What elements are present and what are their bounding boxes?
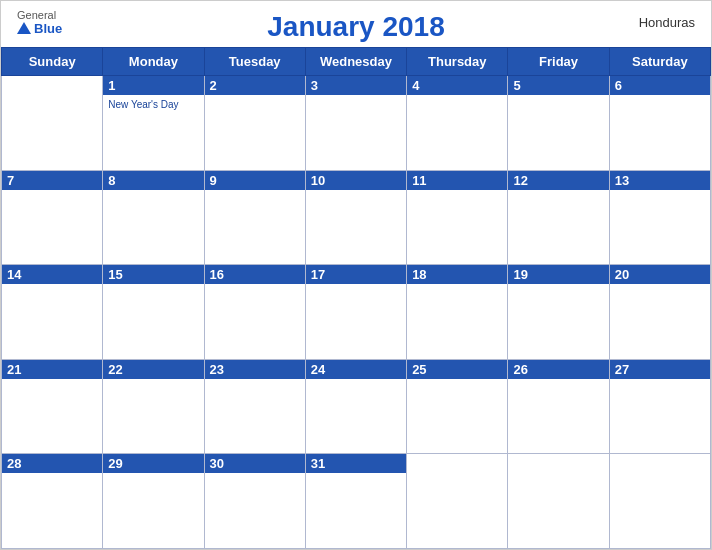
- day-number: 13: [610, 171, 710, 190]
- calendar-cell: 25: [407, 359, 508, 454]
- weekday-saturday: Saturday: [609, 48, 710, 76]
- calendar-cell: 7: [2, 170, 103, 265]
- calendar-cell: 31: [305, 454, 406, 549]
- day-number: 24: [306, 360, 406, 379]
- day-number: 21: [2, 360, 102, 379]
- holiday-label: New Year's Day: [108, 98, 198, 111]
- calendar-cell: 19: [508, 265, 609, 360]
- calendar-cell: 18: [407, 265, 508, 360]
- day-number: 6: [610, 76, 710, 95]
- day-number: 9: [205, 171, 305, 190]
- calendar-container: General Blue January 2018 Honduras Sunda…: [0, 0, 712, 550]
- calendar-cell: 14: [2, 265, 103, 360]
- calendar-cell: 4: [407, 76, 508, 171]
- weekday-header-row: SundayMondayTuesdayWednesdayThursdayFrid…: [2, 48, 711, 76]
- brand-general-text: General: [17, 9, 56, 21]
- day-number: 7: [2, 171, 102, 190]
- calendar-cell: 13: [609, 170, 710, 265]
- day-number: 3: [306, 76, 406, 95]
- calendar-cell: 24: [305, 359, 406, 454]
- calendar-cell: [508, 454, 609, 549]
- calendar-cell: 6: [609, 76, 710, 171]
- day-number: 14: [2, 265, 102, 284]
- calendar-cell: 1New Year's Day: [103, 76, 204, 171]
- calendar-cell: [2, 76, 103, 171]
- day-number: 15: [103, 265, 203, 284]
- day-number: 18: [407, 265, 507, 284]
- calendar-cell: 12: [508, 170, 609, 265]
- calendar-week-3: 14151617181920: [2, 265, 711, 360]
- day-number: 23: [205, 360, 305, 379]
- calendar-cell: [407, 454, 508, 549]
- calendar-cell: 8: [103, 170, 204, 265]
- calendar-week-4: 21222324252627: [2, 359, 711, 454]
- day-number: 2: [205, 76, 305, 95]
- weekday-monday: Monday: [103, 48, 204, 76]
- calendar-cell: 5: [508, 76, 609, 171]
- calendar-cell: 29: [103, 454, 204, 549]
- calendar-cell: 9: [204, 170, 305, 265]
- country-label: Honduras: [639, 15, 695, 30]
- day-number: 10: [306, 171, 406, 190]
- day-number: 19: [508, 265, 608, 284]
- weekday-thursday: Thursday: [407, 48, 508, 76]
- calendar-cell: 3: [305, 76, 406, 171]
- calendar-week-1: 1New Year's Day23456: [2, 76, 711, 171]
- day-number: 29: [103, 454, 203, 473]
- day-number: 20: [610, 265, 710, 284]
- calendar-cell: 21: [2, 359, 103, 454]
- calendar-cell: 16: [204, 265, 305, 360]
- calendar-cell: 26: [508, 359, 609, 454]
- day-number: 25: [407, 360, 507, 379]
- calendar-cell: 10: [305, 170, 406, 265]
- day-number: 8: [103, 171, 203, 190]
- weekday-friday: Friday: [508, 48, 609, 76]
- day-number: 22: [103, 360, 203, 379]
- calendar-cell: 23: [204, 359, 305, 454]
- calendar-week-2: 78910111213: [2, 170, 711, 265]
- calendar-title: January 2018: [267, 11, 444, 43]
- brand-logo: General Blue: [17, 9, 62, 36]
- weekday-sunday: Sunday: [2, 48, 103, 76]
- day-number: 26: [508, 360, 608, 379]
- calendar-week-5: 28293031: [2, 454, 711, 549]
- brand-blue-text: Blue: [17, 21, 62, 36]
- calendar-cell: 30: [204, 454, 305, 549]
- weekday-tuesday: Tuesday: [204, 48, 305, 76]
- calendar-cell: 27: [609, 359, 710, 454]
- day-number: 1: [103, 76, 203, 95]
- day-number: 28: [2, 454, 102, 473]
- calendar-table: SundayMondayTuesdayWednesdayThursdayFrid…: [1, 47, 711, 549]
- calendar-cell: 22: [103, 359, 204, 454]
- calendar-cell: 17: [305, 265, 406, 360]
- day-number: 11: [407, 171, 507, 190]
- calendar-cell: 28: [2, 454, 103, 549]
- day-number: 5: [508, 76, 608, 95]
- calendar-cell: 11: [407, 170, 508, 265]
- weekday-wednesday: Wednesday: [305, 48, 406, 76]
- calendar-header: General Blue January 2018 Honduras: [1, 1, 711, 47]
- calendar-cell: 20: [609, 265, 710, 360]
- day-number: 12: [508, 171, 608, 190]
- day-number: 16: [205, 265, 305, 284]
- calendar-cell: [609, 454, 710, 549]
- day-number: 31: [306, 454, 406, 473]
- day-number: 27: [610, 360, 710, 379]
- calendar-cell: 2: [204, 76, 305, 171]
- day-number: 17: [306, 265, 406, 284]
- day-number: 4: [407, 76, 507, 95]
- brand-triangle-icon: [17, 22, 31, 34]
- day-number: 30: [205, 454, 305, 473]
- calendar-cell: 15: [103, 265, 204, 360]
